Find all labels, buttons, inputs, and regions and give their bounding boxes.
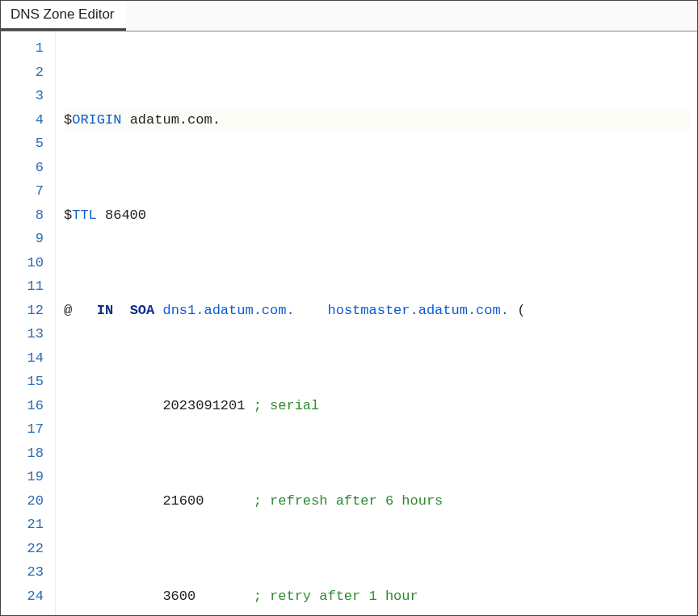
editor-header: DNS Zone Editor [1, 1, 697, 31]
line-number: 11 [6, 274, 44, 299]
line-number: 12 [6, 299, 44, 323]
tab-zone-editor[interactable]: DNS Zone Editor [1, 1, 126, 31]
code-area[interactable]: $ORIGIN adatum.com. $TTL 86400 @ IN SOA … [56, 31, 697, 615]
line-number-gutter: 1 2 3 4 5 6 7 8 9 10 11 12 13 14 15 16 1… [1, 31, 56, 615]
line-number: 9 [6, 227, 44, 251]
line-number: 23 [6, 560, 44, 585]
line-number: 8 [6, 203, 44, 228]
line-number: 24 [6, 585, 44, 609]
code-line[interactable]: 3600 ; retry after 1 hour [64, 585, 689, 609]
line-number: 5 [6, 132, 44, 156]
line-number: 20 [6, 489, 44, 513]
line-number: 14 [6, 346, 44, 371]
code-line[interactable]: 2023091201 ; serial [64, 394, 689, 418]
line-number: 16 [6, 394, 44, 418]
line-number: 2 [6, 61, 44, 85]
code-line[interactable]: 21600 ; refresh after 6 hours [64, 489, 689, 513]
line-number: 18 [6, 442, 44, 466]
line-number: 6 [6, 156, 44, 180]
line-number: 10 [6, 251, 44, 275]
line-number: 1 [6, 36, 44, 61]
line-number: 4 [6, 108, 44, 132]
line-number: 21 [6, 513, 44, 537]
line-number: 17 [6, 417, 44, 442]
code-line[interactable]: $ORIGIN adatum.com. [64, 108, 689, 132]
editor-area: 1 2 3 4 5 6 7 8 9 10 11 12 13 14 15 16 1… [1, 31, 697, 615]
line-number: 22 [6, 537, 44, 561]
code-line[interactable]: $TTL 86400 [64, 203, 689, 228]
code-line[interactable]: @ IN SOA dns1.adatum.com. hostmaster.ada… [64, 299, 689, 323]
line-number: 13 [6, 322, 44, 346]
line-number: 3 [6, 84, 44, 108]
line-number: 7 [6, 179, 44, 203]
line-number: 15 [6, 370, 44, 394]
line-number: 19 [6, 465, 44, 489]
